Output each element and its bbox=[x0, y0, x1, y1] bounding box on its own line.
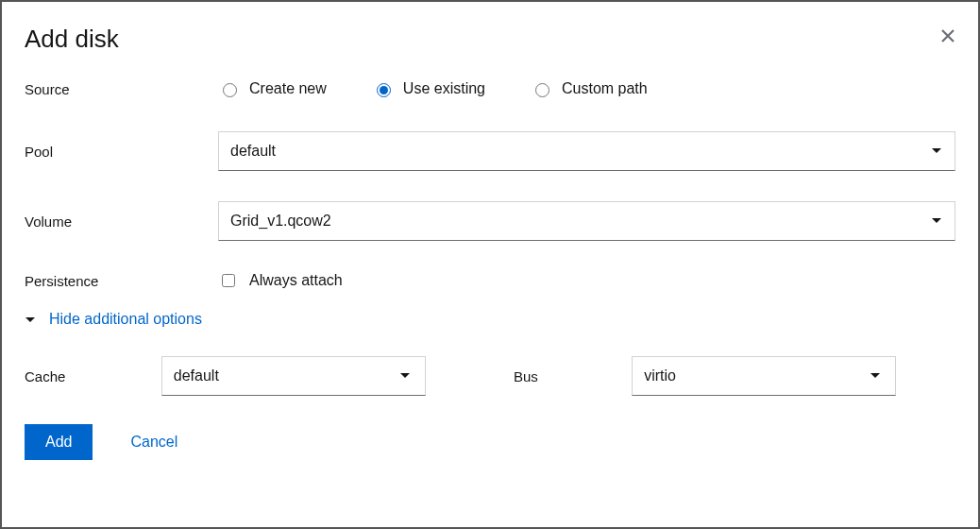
dialog-footer: Add Cancel bbox=[25, 424, 955, 460]
pool-row: Pool default bbox=[25, 131, 955, 171]
volume-label: Volume bbox=[25, 213, 218, 230]
close-icon bbox=[940, 23, 955, 48]
source-custom-path-radio[interactable] bbox=[535, 83, 549, 97]
cache-select-value: default bbox=[161, 356, 426, 396]
source-row: Source Create new Use existing Custom pa… bbox=[25, 80, 955, 97]
volume-select-value: Grid_v1.qcow2 bbox=[218, 201, 955, 241]
pool-label: Pool bbox=[25, 144, 218, 160]
source-custom-path[interactable]: Custom path bbox=[531, 80, 648, 97]
toggle-additional-label: Hide additional options bbox=[49, 311, 202, 328]
persistence-row: Persistence Always attach bbox=[25, 271, 955, 290]
source-create-new[interactable]: Create new bbox=[218, 80, 327, 97]
always-attach-checkbox-wrap[interactable]: Always attach bbox=[218, 271, 955, 290]
chevron-down-icon bbox=[25, 311, 36, 328]
persistence-label: Persistence bbox=[25, 273, 218, 289]
source-create-new-label: Create new bbox=[249, 80, 327, 97]
toggle-additional-options[interactable]: Hide additional options bbox=[25, 311, 955, 328]
pool-select[interactable]: default bbox=[218, 131, 955, 171]
additional-options: Cache default Bus virtio bbox=[25, 356, 955, 396]
source-use-existing-radio[interactable] bbox=[377, 83, 391, 97]
close-button[interactable] bbox=[940, 25, 955, 47]
bus-label: Bus bbox=[490, 368, 632, 384]
add-button[interactable]: Add bbox=[25, 424, 93, 460]
dialog-title: Add disk bbox=[25, 25, 119, 54]
bus-select-value: virtio bbox=[632, 356, 896, 396]
cancel-button[interactable]: Cancel bbox=[130, 434, 177, 451]
source-create-new-radio[interactable] bbox=[223, 83, 237, 97]
always-attach-label: Always attach bbox=[249, 272, 343, 289]
cache-label: Cache bbox=[25, 368, 161, 384]
bus-select[interactable]: virtio bbox=[632, 356, 955, 396]
bus-row: Bus virtio bbox=[490, 356, 955, 396]
always-attach-checkbox[interactable] bbox=[222, 274, 235, 287]
source-label: Source bbox=[25, 81, 218, 97]
volume-select[interactable]: Grid_v1.qcow2 bbox=[218, 201, 955, 241]
volume-row: Volume Grid_v1.qcow2 bbox=[25, 201, 955, 241]
source-custom-path-label: Custom path bbox=[562, 80, 648, 97]
pool-select-value: default bbox=[218, 131, 955, 171]
cache-row: Cache default bbox=[25, 356, 490, 396]
source-radio-group: Create new Use existing Custom path bbox=[218, 80, 955, 97]
add-disk-dialog: Add disk Source Create new Use existing … bbox=[0, 0, 980, 529]
cache-select[interactable]: default bbox=[161, 356, 490, 396]
source-use-existing-label: Use existing bbox=[403, 80, 485, 97]
source-use-existing[interactable]: Use existing bbox=[372, 80, 485, 97]
dialog-header: Add disk bbox=[25, 25, 955, 54]
